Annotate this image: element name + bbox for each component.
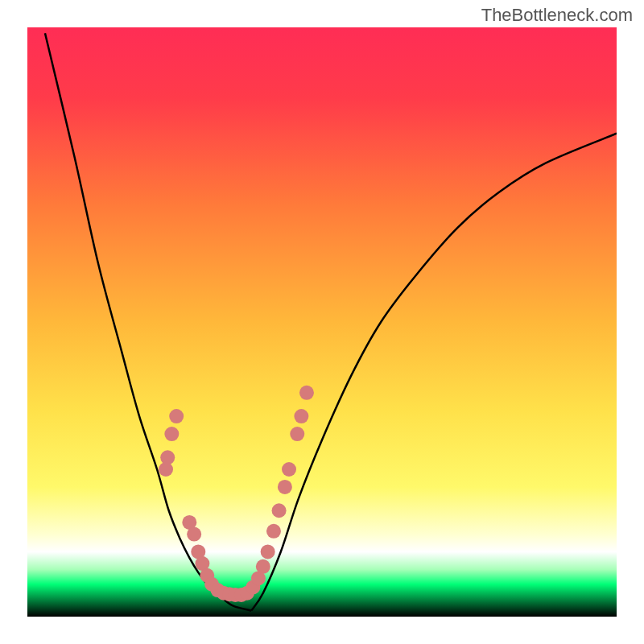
data-point xyxy=(261,544,275,559)
data-point xyxy=(164,427,179,441)
curve-left-branch xyxy=(45,33,251,610)
watermark: TheBottleneck.com xyxy=(481,5,633,26)
curve-layer xyxy=(27,27,617,617)
data-point xyxy=(160,450,175,464)
data-point-group xyxy=(159,386,314,602)
plot-area xyxy=(27,27,617,617)
curve-right-branch xyxy=(251,134,617,611)
data-point xyxy=(294,409,308,423)
data-point xyxy=(282,462,296,477)
data-point xyxy=(169,409,184,423)
data-point xyxy=(256,559,270,574)
data-point xyxy=(187,527,201,542)
data-point xyxy=(290,427,304,441)
data-point xyxy=(299,386,314,400)
data-point xyxy=(266,524,281,539)
data-point xyxy=(272,503,287,518)
data-point xyxy=(278,480,292,494)
